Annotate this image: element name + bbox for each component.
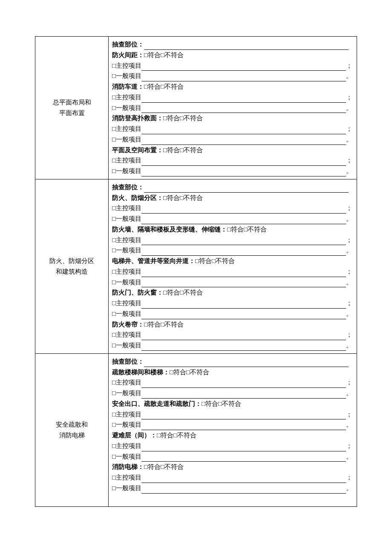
item-title: 疏散楼梯间和楼梯： xyxy=(112,369,170,376)
general-item-prefix[interactable]: □一般项目 xyxy=(112,72,141,79)
general-item-prefix[interactable]: □一般项目 xyxy=(112,310,141,317)
section-label: 防火、防烟分区和建筑构造 xyxy=(35,179,109,353)
item-title: 电梯井、管道井等竖向井道： xyxy=(112,257,195,264)
section-content: 抽查部位：防火、防烟分区：□符合□不符合□主控项目；□一般项目。防火墙、隔墙和楼… xyxy=(109,179,357,353)
item-title: 防火间距： xyxy=(112,52,144,58)
general-item-prefix[interactable]: □一般项目 xyxy=(112,453,141,460)
item-title: 防火、防烟分区： xyxy=(112,194,163,201)
inspection-table: 总平面布局和平面布置抽查部位：防火间距：□符合□不符合□主控项目；□一般项目。消… xyxy=(35,36,357,507)
punct: 。 xyxy=(346,279,352,286)
punct: ； xyxy=(346,379,352,386)
main-item-prefix[interactable]: □主控项目 xyxy=(112,157,141,164)
punct: 。 xyxy=(346,247,352,254)
compliance-options[interactable]: □符合□不符合 xyxy=(157,432,196,439)
compliance-options[interactable]: □符合□不符合 xyxy=(163,194,203,201)
punct: 。 xyxy=(346,72,352,79)
punct: ； xyxy=(346,62,352,69)
item-title: 消防车道： xyxy=(112,83,144,90)
compliance-options[interactable]: □符合□不符合 xyxy=(195,257,235,264)
punct: 。 xyxy=(346,104,352,111)
compliance-options[interactable]: □符合□不符合 xyxy=(163,289,203,296)
compliance-options[interactable]: □符合□不符合 xyxy=(227,226,267,233)
general-item-prefix[interactable]: □一般项目 xyxy=(112,247,141,254)
section-label: 总平面布局和平面布置 xyxy=(35,37,109,179)
compliance-options[interactable]: □符合□不符合 xyxy=(202,400,241,407)
punct: 。 xyxy=(346,168,352,174)
general-item-prefix[interactable]: □一般项目 xyxy=(112,279,141,286)
section-content: 抽查部位：防火间距：□符合□不符合□主控项目；□一般项目。消防车道：□符合□不符… xyxy=(109,37,357,179)
punct: ； xyxy=(346,300,352,306)
compliance-options[interactable]: □符合□不符合 xyxy=(163,115,203,121)
item-title: 避难层（间）： xyxy=(112,432,157,439)
punct: 。 xyxy=(346,136,352,143)
main-item-prefix[interactable]: □主控项目 xyxy=(112,379,141,386)
general-item-prefix[interactable]: □一般项目 xyxy=(112,104,141,111)
punct: ； xyxy=(346,94,352,101)
general-item-prefix[interactable]: □一般项目 xyxy=(112,485,141,491)
main-item-prefix[interactable]: □主控项目 xyxy=(112,94,141,101)
punct: ； xyxy=(346,474,352,481)
main-item-prefix[interactable]: □主控项目 xyxy=(112,442,141,449)
main-item-prefix[interactable]: □主控项目 xyxy=(112,411,141,418)
punct: 。 xyxy=(346,215,352,222)
section-content: 抽查部位：疏散楼梯间和楼梯：□符合□不符合□主控项目；□一般项目。安全出口、疏散… xyxy=(109,353,357,507)
general-item-prefix[interactable]: □一般项目 xyxy=(112,342,141,349)
general-item-prefix[interactable]: □一般项目 xyxy=(112,215,141,222)
punct: 。 xyxy=(346,310,352,317)
main-item-prefix[interactable]: □主控项目 xyxy=(112,62,141,69)
item-title: 平面及空间布置： xyxy=(112,147,163,153)
general-item-prefix[interactable]: □一般项目 xyxy=(112,136,141,143)
punct: 。 xyxy=(346,421,352,428)
general-item-prefix[interactable]: □一般项目 xyxy=(112,390,141,396)
item-title: 消防电梯： xyxy=(112,463,144,470)
punct: ； xyxy=(346,268,352,275)
main-item-prefix[interactable]: □主控项目 xyxy=(112,268,141,275)
punct: ； xyxy=(346,411,352,418)
main-item-prefix[interactable]: □主控项目 xyxy=(112,474,141,481)
punct: ； xyxy=(346,331,352,338)
compliance-options[interactable]: □符合□不符合 xyxy=(144,321,184,328)
punct: ； xyxy=(346,125,352,132)
item-title: 安全出口、疏散走道和疏散门： xyxy=(112,400,202,407)
punct: ； xyxy=(346,237,352,243)
main-item-prefix[interactable]: □主控项目 xyxy=(112,205,141,211)
punct: 。 xyxy=(346,485,352,491)
main-item-prefix[interactable]: □主控项目 xyxy=(112,331,141,338)
compliance-options[interactable]: □符合□不符合 xyxy=(163,147,203,153)
main-item-prefix[interactable]: □主控项目 xyxy=(112,300,141,306)
punct: ； xyxy=(346,442,352,449)
punct: ； xyxy=(346,157,352,164)
compliance-options[interactable]: □符合□不符合 xyxy=(144,463,184,470)
general-item-prefix[interactable]: □一般项目 xyxy=(112,168,141,174)
punct: 。 xyxy=(346,342,352,349)
compliance-options[interactable]: □符合□不符合 xyxy=(144,83,184,90)
main-item-prefix[interactable]: □主控项目 xyxy=(112,125,141,132)
punct: ； xyxy=(346,205,352,211)
inspect-site-label: 抽查部位： xyxy=(112,358,144,365)
punct: 。 xyxy=(346,390,352,396)
item-title: 防火卷帘： xyxy=(112,321,144,328)
inspect-site-label: 抽查部位： xyxy=(112,41,144,48)
inspect-site-label: 抽查部位： xyxy=(112,184,144,191)
general-item-prefix[interactable]: □一般项目 xyxy=(112,421,141,428)
punct: 。 xyxy=(346,453,352,460)
main-item-prefix[interactable]: □主控项目 xyxy=(112,237,141,243)
item-title: 消防登高扑救面： xyxy=(112,115,163,121)
item-title: 防火门、防火窗： xyxy=(112,289,163,296)
compliance-options[interactable]: □符合□不符合 xyxy=(144,52,184,58)
section-label: 安全疏散和消防电梯 xyxy=(35,353,109,507)
compliance-options[interactable]: □符合□不符合 xyxy=(170,369,209,376)
item-title: 防火墙、隔墙和楼板及变形缝、伸缩缝： xyxy=(112,226,227,233)
